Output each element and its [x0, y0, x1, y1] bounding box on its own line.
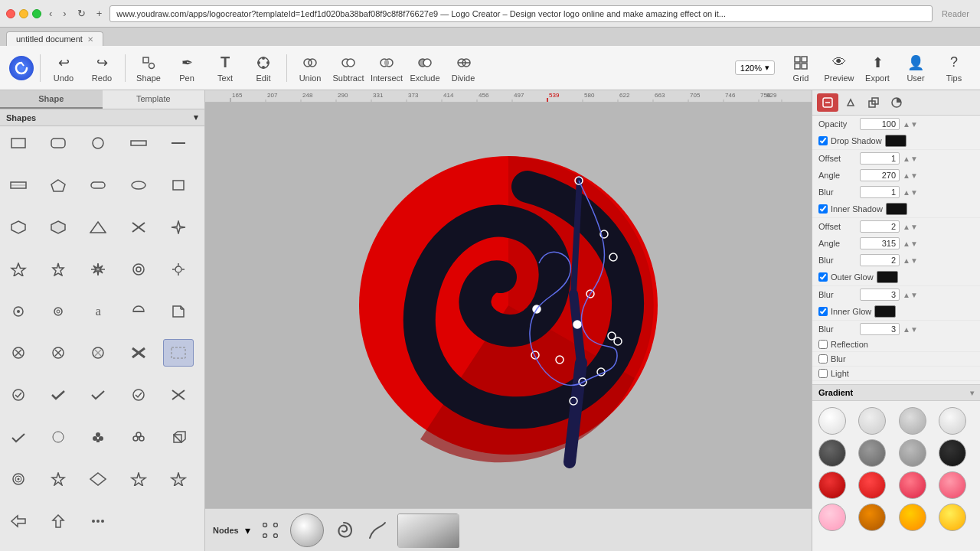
zoom-dropdown-icon[interactable]: ▾ [765, 63, 769, 73]
pen-tool-button[interactable]: ✒ Pen [168, 48, 205, 88]
ds-blur-input[interactable] [860, 186, 900, 198]
shape-star4[interactable] [163, 214, 194, 241]
shape-club[interactable] [83, 423, 113, 451]
opacity-input[interactable] [860, 118, 900, 130]
forward-button[interactable]: › [60, 6, 69, 21]
shape-star6[interactable] [43, 256, 74, 283]
style-panel-button[interactable] [840, 93, 861, 112]
intersect-button[interactable]: Intersect [368, 48, 405, 88]
color-panel-button[interactable] [886, 93, 907, 112]
tips-button[interactable]: ? Tips [936, 48, 972, 88]
shape-rectangle[interactable] [3, 129, 34, 157]
blur-checkbox[interactable] [818, 354, 828, 364]
shape-star-outline[interactable] [123, 465, 154, 493]
shape-rounded-rect[interactable] [43, 129, 74, 157]
is-blur-spinner[interactable]: ▲▼ [903, 256, 918, 265]
shape-circle-x[interactable] [3, 339, 34, 367]
shape-circle-x2[interactable] [43, 339, 74, 367]
gradient-swatch-13[interactable] [858, 504, 886, 531]
shape-arrow-up[interactable] [43, 507, 74, 535]
gradient-swatch-6[interactable] [899, 439, 926, 467]
shape-line[interactable] [163, 129, 194, 157]
node-select-tool[interactable] [256, 517, 284, 544]
shape-x-circle[interactable] [163, 381, 194, 409]
gradient-swatch-12[interactable] [818, 504, 846, 531]
shape-x-bold[interactable] [123, 339, 154, 367]
shape-pill[interactable] [83, 171, 113, 199]
export-button[interactable]: ⬆ Export [859, 48, 896, 88]
shape-star5-outline[interactable] [3, 256, 34, 283]
gradient-swatch-2[interactable] [899, 407, 926, 435]
ds-angle-input[interactable] [860, 169, 900, 181]
is-angle-input[interactable] [860, 237, 900, 249]
text-tool-button[interactable]: T Text [207, 48, 243, 88]
divide-button[interactable]: Divide [445, 48, 482, 88]
gradient-swatch-8[interactable] [818, 471, 846, 499]
shape-tool-button[interactable]: Shape [130, 48, 167, 88]
document-tab[interactable]: untitled document ✕ [6, 31, 103, 46]
tab-template[interactable]: Template [103, 90, 205, 109]
shape-triangle[interactable] [83, 214, 113, 241]
shape-circle[interactable] [83, 129, 113, 157]
drop-shadow-checkbox[interactable] [818, 136, 828, 145]
shape-hex2[interactable] [43, 214, 74, 241]
maximize-button[interactable] [32, 9, 41, 18]
shape-club2[interactable] [123, 423, 154, 451]
is-blur-input[interactable] [860, 254, 900, 266]
transform-panel-button[interactable] [863, 93, 884, 112]
shape-circle-thin[interactable] [43, 423, 74, 451]
node-curve-tool[interactable] [364, 517, 391, 544]
gradient-swatch-10[interactable] [899, 471, 926, 499]
shape-cube[interactable] [163, 423, 194, 451]
reflection-checkbox[interactable] [818, 340, 828, 349]
exclude-button[interactable]: Exclude [407, 48, 443, 88]
shape-diamond3[interactable] [83, 465, 113, 493]
shape-check-circle2[interactable] [123, 381, 154, 409]
og-blur-input[interactable] [860, 289, 900, 301]
gradient-swatch-9[interactable] [858, 471, 886, 499]
gradient-swatch-7[interactable] [939, 439, 966, 467]
gradient-swatch-4[interactable] [818, 439, 846, 467]
zoom-control[interactable]: 120% ▾ [735, 60, 775, 75]
shape-checkmark2[interactable] [3, 423, 34, 451]
shape-pentagon[interactable] [43, 171, 74, 199]
shape-dots[interactable] [83, 507, 113, 535]
gradient-swatch-14[interactable] [899, 504, 926, 531]
ds-angle-spinner[interactable]: ▲▼ [903, 171, 918, 180]
back-button[interactable]: ‹ [46, 6, 55, 21]
subtract-button[interactable]: Subtract [330, 48, 367, 88]
ig-blur-spinner[interactable]: ▲▼ [903, 325, 918, 334]
shape-arrow-left[interactable] [3, 507, 34, 535]
shape-ellipse[interactable] [123, 171, 154, 199]
node-swirl-tool[interactable] [330, 517, 358, 544]
undo-button[interactable]: ↩ Undo [45, 48, 82, 88]
close-button[interactable] [6, 9, 15, 18]
inner-glow-color[interactable] [874, 305, 896, 318]
preview-button[interactable]: 👁 Preview [821, 48, 858, 88]
shape-star-hollow[interactable] [163, 465, 194, 493]
shape-check-circle[interactable] [3, 381, 34, 409]
gradient-swatch-5[interactable] [858, 439, 886, 467]
shape-circle-x3[interactable] [83, 339, 113, 367]
gradient-expand[interactable]: ▾ [970, 389, 974, 397]
shape-wide-rect[interactable] [123, 129, 154, 157]
inner-shadow-checkbox[interactable] [818, 204, 828, 214]
light-checkbox[interactable] [818, 369, 828, 378]
gradient-swatch-11[interactable] [939, 471, 966, 499]
shape-star8[interactable] [83, 256, 113, 283]
gradient-swatch-15[interactable] [939, 504, 966, 531]
ds-offset-input[interactable] [860, 152, 900, 165]
union-button[interactable]: Union [292, 48, 328, 88]
inner-shadow-color[interactable] [886, 203, 907, 215]
shape-selected[interactable] [163, 339, 194, 367]
drop-shadow-color[interactable] [885, 135, 906, 147]
shape-gear[interactable] [43, 298, 74, 325]
new-tab-button[interactable]: + [93, 6, 106, 21]
shape-starburst[interactable] [123, 256, 154, 283]
effects-panel-button[interactable] [817, 93, 838, 112]
tab-close-button[interactable]: ✕ [87, 35, 93, 44]
canvas-container[interactable] [205, 103, 812, 508]
is-angle-spinner[interactable]: ▲▼ [903, 240, 918, 248]
redo-button[interactable]: ↪ Redo [83, 48, 120, 88]
outer-glow-checkbox[interactable] [818, 272, 828, 282]
